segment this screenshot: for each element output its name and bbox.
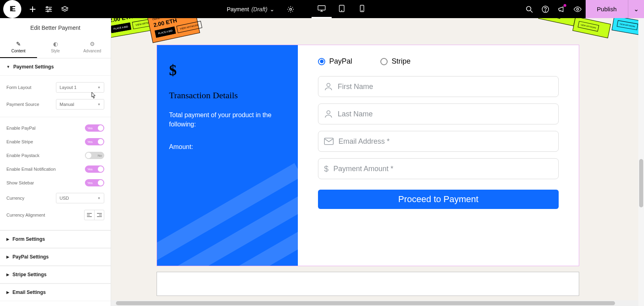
email-field[interactable] — [318, 131, 559, 152]
editor-canvas[interactable]: Owner : Jonson 2.00 ETH PLACE A BIDVIEW … — [111, 18, 644, 306]
enable-paystack-label: Enable Paystack — [6, 153, 39, 158]
enable-paystack-toggle[interactable]: No — [85, 152, 104, 159]
svg-point-2 — [47, 10, 48, 12]
show-sidebar-label: Show Sidebar — [6, 180, 34, 185]
svg-rect-4 — [318, 6, 325, 10]
payment-source-value: Manual — [60, 102, 74, 107]
payment-source-label: Payment Source — [6, 102, 39, 107]
currency-label: Currency — [6, 196, 25, 201]
preview-button[interactable] — [570, 0, 586, 18]
email-input[interactable] — [339, 137, 553, 146]
caret-right-icon: ▶ — [6, 255, 9, 259]
last-name-field[interactable] — [318, 103, 559, 124]
currency-align-group — [84, 210, 104, 220]
payment-source-select[interactable]: Manual ▼ — [56, 99, 104, 110]
tablet-icon — [339, 5, 345, 12]
publish-options-button[interactable]: ⌄ — [628, 0, 644, 18]
payment-sidebar: $ Transaction Details Total payment of y… — [157, 45, 298, 266]
show-sidebar-toggle[interactable]: Yes — [85, 179, 104, 186]
device-mobile-button[interactable] — [352, 0, 372, 18]
structure-button[interactable] — [57, 0, 73, 18]
section-paypal-settings[interactable]: ▶PayPal Settings — [0, 248, 111, 266]
enable-email-toggle[interactable]: Yes — [85, 165, 104, 173]
tab-advanced[interactable]: ⚙ Advanced — [74, 37, 111, 58]
enable-paypal-label: Enable PayPal — [6, 126, 35, 130]
device-tablet-button[interactable] — [332, 0, 352, 18]
place-bid-button[interactable]: PLACE A BID — [155, 27, 176, 38]
tab-style[interactable]: ◐ Style — [37, 37, 74, 58]
enable-email-label: Enable Email Notification — [6, 167, 56, 172]
plus-icon — [29, 6, 36, 12]
editor-sidebar: Edit Better Payment ✎ Content ◐ Style ⚙ … — [0, 18, 111, 306]
add-element-button[interactable] — [25, 0, 41, 18]
first-name-input[interactable] — [338, 83, 553, 91]
horizontal-scrollbar[interactable] — [111, 300, 638, 306]
view-artwork-button[interactable]: VIEW ARTWORK — [578, 21, 599, 31]
help-icon — [542, 6, 549, 13]
user-icon — [324, 110, 333, 118]
payment-form: PayPal Stripe — [298, 45, 579, 266]
amount-input[interactable] — [333, 165, 553, 173]
chevron-down-icon: ▼ — [97, 196, 101, 200]
topbar-left: lE — [0, 0, 73, 18]
document-title-dropdown[interactable]: Payment (Draft) ⌄ — [222, 6, 279, 12]
user-icon — [324, 82, 333, 91]
radio-paypal-label: PayPal — [329, 57, 352, 66]
first-name-field[interactable] — [318, 76, 559, 97]
nft-card: VIEW ARTWORK — [572, 18, 611, 38]
svg-point-13 — [327, 83, 330, 87]
finder-button[interactable] — [521, 0, 537, 18]
enable-stripe-toggle[interactable]: Yes — [85, 138, 104, 145]
document-name: Payment — [227, 6, 249, 12]
device-desktop-button[interactable] — [312, 0, 332, 18]
page-settings-button[interactable] — [283, 0, 299, 18]
section-form-settings[interactable]: ▶Form Settings — [0, 230, 111, 248]
empty-section[interactable] — [157, 272, 579, 296]
currency-align-label: Currency Alignment — [6, 213, 45, 217]
publish-button[interactable]: Publish — [586, 0, 628, 18]
amount-field[interactable]: $ — [318, 158, 559, 179]
align-right-button[interactable] — [94, 210, 104, 220]
section-payment-settings-label: Payment Settings — [13, 64, 54, 70]
place-bid-button[interactable]: PLACE A BID — [111, 23, 132, 33]
section-email-settings-label: Email Settings — [12, 289, 46, 295]
sidebar-title: Edit Better Payment — [0, 18, 111, 37]
contrast-icon: ◐ — [37, 41, 74, 47]
help-button[interactable] — [537, 0, 553, 18]
section-stripe-settings-label: Stripe Settings — [12, 272, 47, 277]
vertical-scrollbar[interactable] — [638, 18, 644, 306]
better-payment-widget[interactable]: $ Transaction Details Total payment of y… — [157, 45, 579, 266]
tab-advanced-label: Advanced — [83, 49, 101, 53]
site-settings-button[interactable] — [41, 0, 57, 18]
radio-stripe[interactable]: Stripe — [380, 57, 411, 66]
view-artwork-button[interactable]: VIEW ARTWORK — [617, 20, 638, 30]
place-bid-button[interactable]: PLACE A BID — [543, 18, 561, 19]
currency-select[interactable]: USD ▼ — [56, 193, 104, 203]
align-left-icon — [87, 213, 92, 217]
radio-paypal[interactable]: PayPal — [318, 57, 352, 66]
form-layout-label: Form Layout — [6, 85, 31, 90]
elementor-logo[interactable]: lE — [3, 0, 21, 18]
enable-paypal-toggle[interactable]: Yes — [85, 124, 104, 132]
section-payment-settings[interactable]: ▼ Payment Settings — [0, 58, 111, 76]
section-email-settings[interactable]: ▶Email Settings — [0, 283, 111, 301]
whats-new-button[interactable] — [553, 0, 570, 18]
form-layout-select[interactable]: Layout 1 ▼ — [56, 82, 104, 93]
tab-content[interactable]: ✎ Content — [0, 37, 37, 58]
topbar-right: Publish ⌄ — [521, 0, 644, 18]
sidebar-tabs: ✎ Content ◐ Style ⚙ Advanced — [0, 37, 111, 58]
layers-icon — [61, 6, 68, 12]
notification-dot — [564, 4, 566, 7]
section-paypal-settings-label: PayPal Settings — [12, 254, 49, 260]
section-form-settings-label: Form Settings — [12, 236, 45, 242]
section-stripe-settings[interactable]: ▶Stripe Settings — [0, 266, 111, 283]
svg-point-3 — [290, 8, 292, 10]
radio-stripe-label: Stripe — [392, 57, 411, 66]
proceed-button[interactable]: Proceed to Payment — [318, 190, 559, 209]
svg-point-9 — [526, 6, 531, 11]
tab-style-label: Style — [51, 49, 60, 53]
last-name-input[interactable] — [338, 110, 553, 118]
align-left-button[interactable] — [85, 210, 94, 220]
payment-settings-body: Form Layout Layout 1 ▼ Payment Source Ma… — [0, 76, 111, 230]
svg-point-8 — [362, 10, 362, 11]
